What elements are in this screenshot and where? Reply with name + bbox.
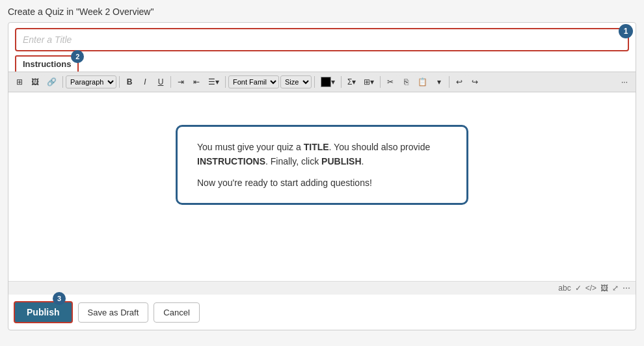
cut-btn[interactable]: ✂ bbox=[383, 75, 397, 88]
toolbar-sep-5 bbox=[314, 76, 315, 88]
link-icon: 🔗 bbox=[47, 77, 57, 86]
action-bar: Publish 3 Save as Draft Cancel bbox=[8, 295, 636, 330]
toolbar-image-btn[interactable]: 🖼 bbox=[28, 75, 42, 88]
toolbar-sep-1 bbox=[62, 76, 63, 88]
title-badge: 1 bbox=[619, 24, 633, 38]
footer-more-icon[interactable]: ⋯ bbox=[623, 284, 630, 293]
toolbar-sep-6 bbox=[341, 76, 342, 88]
indent-in-btn[interactable]: ⇥ bbox=[174, 75, 188, 88]
toolbar-sep-3 bbox=[170, 76, 171, 88]
font-size-select[interactable]: Size bbox=[280, 75, 312, 88]
underline-btn[interactable]: U bbox=[154, 75, 168, 88]
cut-icon: ✂ bbox=[387, 77, 394, 86]
copy-btn[interactable]: ⎘ bbox=[399, 75, 413, 88]
image-footer-icon[interactable]: 🖼 bbox=[600, 284, 608, 293]
undo-icon: ↩ bbox=[456, 77, 463, 86]
bold-btn[interactable]: B bbox=[122, 75, 137, 88]
save-draft-button[interactable]: Save as Draft bbox=[78, 302, 149, 323]
image-icon: 🖼 bbox=[31, 77, 39, 86]
bold-icon: B bbox=[127, 77, 133, 86]
hint-line-2: Now you're ready to start adding questio… bbox=[197, 176, 447, 190]
paragraph-select[interactable]: Paragraph bbox=[66, 75, 116, 88]
color-btn[interactable]: ▾ bbox=[317, 75, 338, 89]
tabs-row: Instructions 2 bbox=[8, 51, 636, 72]
font-family-select[interactable]: Font Famil bbox=[228, 75, 279, 88]
quiz-form: 1 Instructions 2 ⊞ 🖼 🔗 Paragraph bbox=[8, 22, 636, 330]
toolbar-sep-4 bbox=[225, 76, 226, 88]
code-icon[interactable]: </> bbox=[585, 284, 597, 293]
instructions-badge: 2 bbox=[71, 50, 84, 63]
cancel-button[interactable]: Cancel bbox=[154, 302, 199, 323]
redo-btn[interactable]: ↪ bbox=[468, 75, 482, 88]
editor-footer: abc ✓ </> 🖼 ⤢ ⋯ bbox=[8, 281, 636, 295]
italic-btn[interactable]: I bbox=[138, 75, 152, 88]
page-container: Create a Quiz in "Week 2 Overview" 1 Ins… bbox=[0, 0, 644, 346]
hint-line-1: You must give your quiz a TITLE. You sho… bbox=[197, 140, 447, 169]
sigma-icon: Σ bbox=[347, 77, 352, 86]
page-title: Create a Quiz in "Week 2 Overview" bbox=[8, 7, 636, 17]
indent-out-icon: ⇤ bbox=[193, 77, 200, 86]
indent-in-icon: ⇥ bbox=[178, 77, 184, 86]
instructions-tab-label: Instructions bbox=[23, 59, 71, 69]
copy-icon: ⎘ bbox=[404, 77, 409, 86]
title-input[interactable] bbox=[15, 28, 629, 51]
title-wrapper: 1 bbox=[15, 28, 629, 51]
toolbar-sep-8 bbox=[449, 76, 449, 88]
color-swatch-icon bbox=[321, 77, 331, 87]
insert-table-btn[interactable]: ⊞ ▾ bbox=[360, 75, 377, 88]
table-rows-icon: ⊞ bbox=[16, 77, 23, 86]
spellcheck-icon: abc bbox=[558, 284, 570, 293]
undo-btn[interactable]: ↩ bbox=[452, 75, 466, 88]
toolbar-sep-7 bbox=[380, 76, 381, 88]
indent-out-btn[interactable]: ⇤ bbox=[189, 75, 204, 88]
publish-button[interactable]: Publish bbox=[14, 301, 73, 323]
editor-area[interactable]: You must give your quiz a TITLE. You sho… bbox=[8, 92, 636, 281]
more-options-btn[interactable]: ··· bbox=[617, 75, 632, 88]
toolbar-sep-2 bbox=[119, 76, 120, 88]
toolbar-link-btn[interactable]: 🔗 bbox=[44, 75, 60, 88]
formula-btn[interactable]: Σ ▾ bbox=[344, 75, 359, 88]
instructions-tab[interactable]: Instructions 2 bbox=[15, 55, 79, 72]
list-btn[interactable]: ☰ ▾ bbox=[205, 75, 222, 88]
publish-badge: 3 bbox=[53, 292, 66, 305]
title-section: 1 bbox=[8, 23, 636, 51]
insert-table-icon: ⊞ bbox=[364, 77, 370, 86]
editor-toolbar: ⊞ 🖼 🔗 Paragraph B I U ⇥ bbox=[8, 72, 636, 92]
paste-icon: 📋 bbox=[418, 77, 427, 86]
fullscreen-icon[interactable]: ⤢ bbox=[612, 284, 619, 293]
list-icon: ☰ bbox=[208, 77, 215, 86]
underline-icon: U bbox=[158, 77, 164, 86]
check-icon: ✓ bbox=[575, 284, 582, 293]
redo-icon: ↪ bbox=[472, 77, 478, 86]
toolbar-table-icon-btn[interactable]: ⊞ bbox=[12, 75, 27, 88]
paste-options-btn[interactable]: ▾ bbox=[432, 75, 446, 88]
italic-icon: I bbox=[144, 77, 146, 86]
hint-box: You must give your quiz a TITLE. You sho… bbox=[176, 125, 468, 205]
more-options-icon: ··· bbox=[621, 77, 628, 86]
paste-btn[interactable]: 📋 bbox=[414, 75, 431, 88]
